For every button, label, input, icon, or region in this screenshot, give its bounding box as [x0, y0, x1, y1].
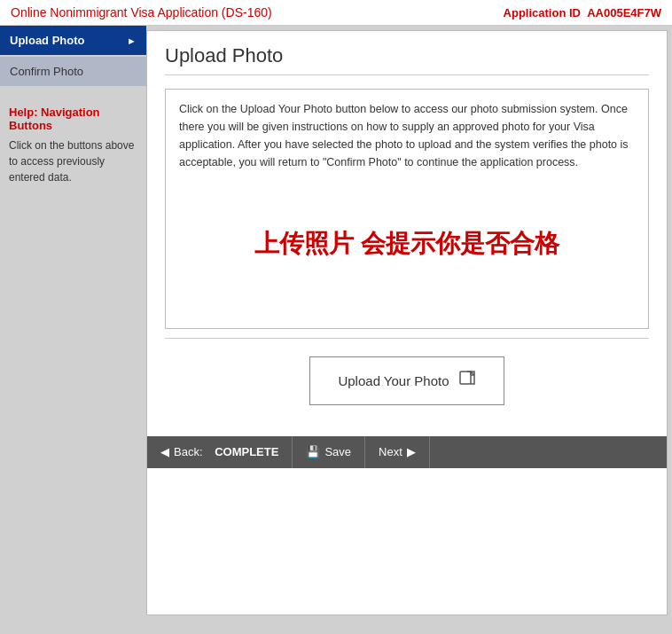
- sidebar-arrow-icon: ►: [127, 35, 137, 46]
- help-section: Help: Navigation Buttons Click on the bu…: [0, 95, 146, 196]
- back-label: Back:: [174, 445, 203, 458]
- back-value: COMPLETE: [215, 445, 278, 458]
- upload-button-label: Upload Your Photo: [338, 373, 449, 388]
- sidebar-item-confirm-photo-label: Confirm Photo: [10, 65, 83, 78]
- sidebar-item-upload-photo-label: Upload Photo: [10, 34, 85, 47]
- nav-spacer: [430, 436, 667, 468]
- instructions-text: Click on the Upload Your Photo button be…: [179, 100, 635, 171]
- upload-your-photo-button[interactable]: Upload Your Photo: [309, 356, 504, 405]
- upload-button-container: Upload Your Photo: [165, 338, 649, 423]
- top-header: Online Nonimmigrant Visa Application (DS…: [0, 0, 672, 26]
- app-title: Online Nonimmigrant Visa Application (DS…: [11, 5, 272, 20]
- content-inner: Upload Photo Click on the Upload Your Ph…: [147, 31, 667, 436]
- main-layout: Upload Photo ► Confirm Photo Help: Navig…: [0, 26, 672, 620]
- svg-rect-0: [460, 372, 471, 384]
- next-label: Next: [379, 445, 402, 458]
- save-button[interactable]: 💾 Save: [293, 436, 365, 468]
- bottom-nav: ◀ Back: COMPLETE 💾 Save Next ▶: [147, 436, 667, 468]
- page-title: Upload Photo: [165, 44, 649, 75]
- content-area: Upload Photo Click on the Upload Your Ph…: [146, 30, 668, 615]
- help-label: Help:: [9, 106, 38, 119]
- sidebar-item-upload-photo[interactable]: Upload Photo ►: [0, 26, 146, 55]
- back-button[interactable]: ◀ Back: COMPLETE: [147, 436, 293, 468]
- help-title: Help: Navigation Buttons: [9, 106, 137, 132]
- next-button[interactable]: Next ▶: [365, 436, 430, 468]
- next-arrow-icon: ▶: [407, 445, 416, 458]
- app-id: Application ID AA005E4F7W: [504, 6, 661, 20]
- chinese-annotation: 上传照片 会提示你是否合格: [179, 171, 635, 317]
- upload-icon: [458, 370, 476, 392]
- sidebar-item-confirm-photo[interactable]: Confirm Photo: [0, 57, 146, 86]
- app-id-value: AA005E4F7W: [587, 6, 661, 20]
- back-arrow-icon: ◀: [160, 445, 169, 458]
- save-icon: 💾: [306, 445, 320, 458]
- instructions-box: Click on the Upload Your Photo button be…: [165, 89, 649, 329]
- app-id-label: Application ID: [504, 6, 581, 20]
- help-body: Click on the buttons above to access pre…: [9, 137, 137, 185]
- save-label: Save: [324, 445, 351, 458]
- sidebar: Upload Photo ► Confirm Photo Help: Navig…: [0, 26, 146, 620]
